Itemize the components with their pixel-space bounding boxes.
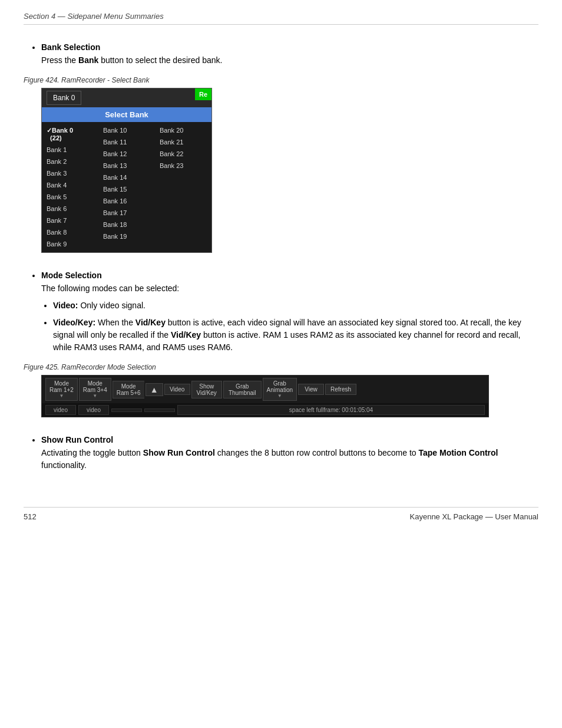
bank-2[interactable]: Bank 2 [42, 156, 98, 167]
status-empty-1 [111, 409, 142, 412]
mode-ram-56-triangle[interactable]: ▲ [146, 383, 163, 396]
bank-23[interactable]: Bank 23 [155, 160, 211, 172]
bank-empty-1 [155, 172, 211, 176]
bank-15[interactable]: Bank 15 [98, 183, 155, 195]
bank-8[interactable]: Bank 8 [42, 226, 98, 238]
bank-18[interactable]: Bank 18 [98, 219, 155, 230]
mode-ram-12-button[interactable]: ModeRam 1+2▼ [45, 378, 78, 401]
bank-14[interactable]: Bank 14 [98, 172, 155, 183]
page-header: Section 4 — Sidepanel Menu Summaries [24, 12, 538, 25]
bullet-mode-selection: Mode Selection The following modes can b… [41, 271, 538, 354]
bank-21[interactable]: Bank 21 [155, 136, 211, 148]
dialog-bank-grid: ✓Bank 0 (22) Bank 1 Bank 2 Bank 3 Bank 4… [42, 122, 211, 252]
dialog-title-bar: Select Bank [42, 107, 211, 122]
bank-22[interactable]: Bank 22 [155, 148, 211, 160]
bank-0[interactable]: ✓Bank 0 (22) [42, 124, 98, 144]
bank-col-1: ✓Bank 0 (22) Bank 1 Bank 2 Bank 3 Bank 4… [42, 124, 98, 250]
bank-col-3: Bank 20 Bank 21 Bank 22 Bank 23 [155, 124, 211, 250]
mode-sub-bullets: Video: Only video signal. Video/Key: Whe… [53, 299, 538, 354]
bullet-show-run-control: Show Run Control Activating the toggle b… [41, 435, 538, 472]
bank-empty-2 [155, 176, 211, 181]
footer-page-number: 512 [24, 512, 37, 521]
section-mode-selection: Mode Selection The following modes can b… [24, 271, 538, 417]
show-vidkey-button[interactable]: ShowVid/Key [191, 381, 222, 398]
bank-3[interactable]: Bank 3 [42, 167, 98, 179]
bank-5[interactable]: Bank 5 [42, 191, 98, 203]
sub-bullet-video: Video: Only video signal. [53, 299, 538, 312]
bank-empty-3 [155, 181, 211, 186]
video-label: Video: [53, 301, 78, 310]
grab-thumbnail-button[interactable]: GrabThumbnail [223, 381, 262, 398]
bank-17[interactable]: Bank 17 [98, 207, 155, 219]
video-text: Only video signal. [80, 301, 146, 310]
videokey-label: Video/Key: [53, 318, 95, 327]
page-footer: 512 Kayenne XL Package — User Manual [24, 507, 538, 521]
bank-col-2: Bank 10 Bank 11 Bank 12 Bank 13 Bank 14 … [98, 124, 155, 250]
header-text: Section 4 — Sidepanel Menu Summaries [24, 12, 164, 21]
bank-empty-5 [155, 190, 211, 195]
bank-12[interactable]: Bank 12 [98, 148, 155, 160]
bank-16[interactable]: Bank 16 [98, 195, 155, 207]
status-empty-2 [144, 409, 175, 412]
bank-selection-body: Press the Bank button to select the desi… [41, 54, 538, 67]
mode-selection-figure: ModeRam 1+2▼ ModeRam 3+4▼ ModeRam 5+6 ▲ … [41, 375, 489, 417]
bank-20[interactable]: Bank 20 [155, 124, 211, 136]
bank-7[interactable]: Bank 7 [42, 215, 98, 226]
mode-ram-56-button[interactable]: ModeRam 5+6 [113, 381, 144, 398]
bank-6[interactable]: Bank 6 [42, 203, 98, 215]
footer-product-name: Kayenne XL Package — User Manual [410, 512, 538, 521]
section-bank-selection: Bank Selection Press the Bank button to … [24, 42, 538, 253]
bank-10[interactable]: Bank 10 [98, 124, 155, 136]
bank-1[interactable]: Bank 1 [42, 144, 98, 156]
show-run-control-body: Activating the toggle button Show Run Co… [41, 447, 538, 472]
mode-selection-intro: The following modes can be selected: [41, 282, 538, 295]
mode-status-bar: video video space left fullframe: 00:01:… [42, 403, 488, 417]
status-video-2: video [78, 405, 109, 415]
bank-11[interactable]: Bank 11 [98, 136, 155, 148]
grab-animation-button[interactable]: GrabAnimation▼ [263, 378, 297, 401]
bank-empty-6 [155, 195, 211, 200]
show-run-control-title: Show Run Control [41, 435, 538, 444]
figure-425-caption: Figure 425. RamRecorder Mode Selection [24, 363, 538, 371]
dialog-top-bar: Bank 0 Re [42, 88, 211, 107]
bank-9[interactable]: Bank 9 [42, 238, 98, 250]
bullet-bank-selection: Bank Selection Press the Bank button to … [41, 42, 538, 67]
view-button[interactable]: View [298, 384, 324, 395]
bank-4[interactable]: Bank 4 [42, 179, 98, 191]
sub-bullet-videokey: Video/Key: When the Vid/Key button is ac… [53, 317, 538, 354]
select-bank-dialog: Bank 0 Re Select Bank ✓Bank 0 (22) Bank … [41, 88, 212, 253]
bank-selection-title: Bank Selection [41, 42, 538, 52]
section-show-run-control: Show Run Control Activating the toggle b… [24, 435, 538, 472]
status-video-1: video [45, 405, 76, 415]
video-button[interactable]: Video [164, 384, 190, 395]
dialog-rec-button[interactable]: Re [195, 88, 211, 100]
refresh-button[interactable]: Refresh [325, 384, 356, 395]
figure-424-caption: Figure 424. RamRecorder - Select Bank [24, 76, 538, 84]
mode-ram-34-button[interactable]: ModeRam 3+4▼ [79, 378, 111, 401]
mode-selection-title: Mode Selection [41, 271, 538, 280]
dialog-bank-label: Bank 0 [47, 91, 81, 105]
mode-toolbar: ModeRam 1+2▼ ModeRam 3+4▼ ModeRam 5+6 ▲ … [42, 375, 488, 403]
bank-empty-4 [155, 186, 211, 190]
bank-19[interactable]: Bank 19 [98, 230, 155, 242]
status-time: space left fullframe: 00:01:05:04 [177, 405, 485, 415]
bank-13[interactable]: Bank 13 [98, 160, 155, 172]
